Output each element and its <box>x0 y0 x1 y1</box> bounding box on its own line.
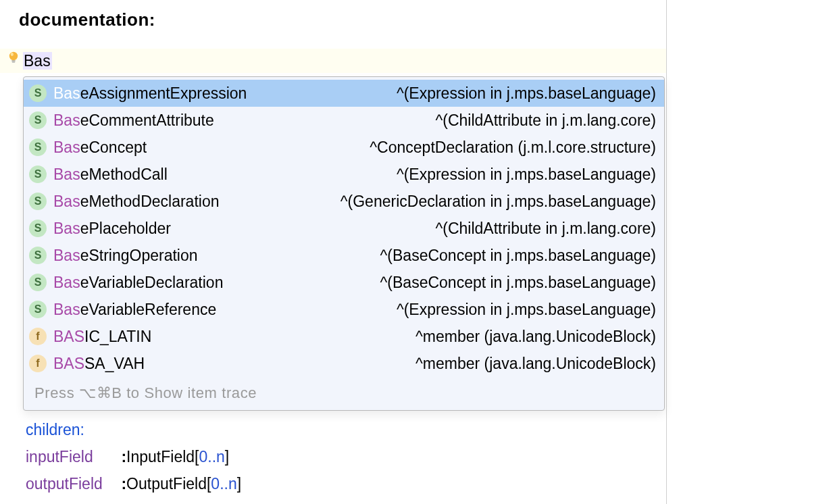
concept-children-section: children: inputField :InputField[0..n]ou… <box>26 416 241 497</box>
child-cardinality: 0..n <box>199 448 224 465</box>
completion-item-origin: ^(BaseConcept in j.mps.baseLanguage) <box>380 274 656 292</box>
typed-text-input[interactable]: Bas <box>23 51 52 70</box>
completion-item-origin: ^(Expression in j.mps.baseLanguage) <box>397 166 656 184</box>
completion-item-name: BaseVariableDeclaration <box>53 274 223 292</box>
svg-rect-2 <box>11 60 16 61</box>
completion-item[interactable]: SBaseMethodCall^(Expression in j.mps.bas… <box>24 161 664 188</box>
completion-popup: SBaseAssignmentExpression^(Expression in… <box>23 76 665 411</box>
completion-item-origin: ^(ChildAttribute in j.m.lang.core) <box>435 111 656 130</box>
struct-kind-icon: S <box>29 111 47 129</box>
completion-item[interactable]: SBaseConcept^ConceptDeclaration (j.m.l.c… <box>24 134 664 161</box>
colon-separator: : <box>117 475 126 493</box>
typed-selection: Bas <box>23 52 52 70</box>
completion-item-origin: ^(ChildAttribute in j.m.lang.core) <box>435 220 656 238</box>
completion-item[interactable]: SBaseMethodDeclaration^(GenericDeclarati… <box>24 188 664 215</box>
completion-item[interactable]: SBaseCommentAttribute^(ChildAttribute in… <box>24 107 664 134</box>
completion-item[interactable]: SBaseAssignmentExpression^(Expression in… <box>24 80 664 107</box>
completion-item-name: BaseStringOperation <box>53 247 198 265</box>
struct-kind-icon: S <box>29 247 47 264</box>
child-name: outputField <box>26 470 117 497</box>
completion-item-name: BaseMethodCall <box>53 166 168 184</box>
children-keyword: children: <box>26 421 84 438</box>
field-kind-icon: f <box>29 328 47 345</box>
field-kind-icon: f <box>29 355 47 372</box>
section-heading-documentation: documentation: <box>19 9 155 30</box>
completion-item-origin: ^(Expression in j.mps.baseLanguage) <box>397 301 656 319</box>
completion-item-name: BaseCommentAttribute <box>53 111 214 130</box>
svg-point-1 <box>11 53 14 56</box>
completion-item[interactable]: SBaseVariableDeclaration^(BaseConcept in… <box>24 269 664 296</box>
svg-point-0 <box>9 52 18 60</box>
struct-kind-icon: S <box>29 193 47 210</box>
child-declaration-row: outputField :OutputField[0..n] <box>26 470 241 497</box>
completion-item-origin: ^member (java.lang.UnicodeBlock) <box>416 328 656 346</box>
completion-item-name: BaseAssignmentExpression <box>53 84 247 103</box>
struct-kind-icon: S <box>29 301 47 318</box>
completion-item-name: BasePlaceholder <box>53 220 171 238</box>
svg-rect-3 <box>12 61 16 62</box>
completion-item[interactable]: SBaseVariableReference^(Expression in j.… <box>24 296 664 323</box>
struct-kind-icon: S <box>29 84 47 102</box>
child-declaration-row: inputField :InputField[0..n] <box>26 443 241 470</box>
completion-item-origin: ^member (java.lang.UnicodeBlock) <box>416 355 656 373</box>
child-name: inputField <box>26 443 117 470</box>
completion-item-origin: ^(Expression in j.mps.baseLanguage) <box>397 84 656 103</box>
completion-item-origin: ^(GenericDeclaration in j.mps.baseLangua… <box>341 193 656 211</box>
editor-pane: documentation: Bas SBaseAssignmentExpres… <box>0 0 667 504</box>
completion-item[interactable]: SBasePlaceholder^(ChildAttribute in j.m.… <box>24 215 664 242</box>
completion-item-origin: ^(BaseConcept in j.mps.baseLanguage) <box>380 247 656 265</box>
completion-item-name: BASSA_VAH <box>53 355 145 373</box>
completion-item-name: BaseMethodDeclaration <box>53 193 219 211</box>
struct-kind-icon: S <box>29 166 47 183</box>
child-type: InputField <box>126 448 195 465</box>
completion-item[interactable]: fBASIC_LATIN^member (java.lang.UnicodeBl… <box>24 323 664 350</box>
completion-item-origin: ^ConceptDeclaration (j.m.l.core.structur… <box>370 138 656 157</box>
completion-item-name: BaseConcept <box>53 138 147 157</box>
intention-bulb-icon[interactable] <box>7 50 20 64</box>
completion-item-name: BASIC_LATIN <box>53 328 151 346</box>
completion-item-name: BaseVariableReference <box>53 301 216 319</box>
current-input-line[interactable] <box>0 49 666 73</box>
struct-kind-icon: S <box>29 274 47 291</box>
child-cardinality: 0..n <box>211 475 236 493</box>
struct-kind-icon: S <box>29 220 47 237</box>
completion-item[interactable]: SBaseStringOperation^(BaseConcept in j.m… <box>24 242 664 269</box>
completion-item[interactable]: fBASSA_VAH^member (java.lang.UnicodeBloc… <box>24 350 664 377</box>
completion-hint: Press ⌥⌘B to Show item trace <box>24 377 664 410</box>
struct-kind-icon: S <box>29 138 47 156</box>
child-type: OutputField <box>126 475 207 493</box>
colon-separator: : <box>117 448 126 465</box>
